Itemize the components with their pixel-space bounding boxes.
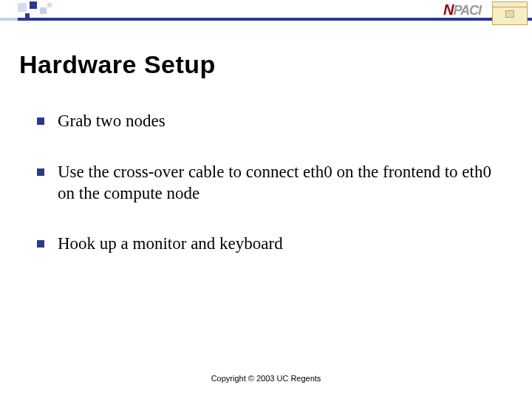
slide: NPACI Hardware Setup Grab two nodes Use … [0,0,532,399]
sdsc-logo [492,1,528,25]
list-item-text: Use the cross-over cable to connect eth0… [58,162,495,205]
list-item: Hook up a monitor and keyboard [37,233,495,255]
decorative-square-icon [47,3,52,7]
square-bullet-icon [37,117,44,125]
npaci-logo-n: N [443,1,453,18]
decorative-square-icon [18,3,27,12]
square-bullet-icon [37,240,44,248]
list-item-text: Grab two nodes [58,111,166,132]
decorative-square-icon [40,7,47,14]
list-item-text: Hook up a monitor and keyboard [58,233,283,255]
copyright-footer: Copyright © 2003 UC Regents [0,374,532,383]
slide-title: Hardware Setup [19,50,216,79]
npaci-logo: NPACI [443,1,485,19]
square-bullet-icon [37,168,44,176]
npaci-logo-rest: PACI [453,3,481,18]
decorative-square-icon [30,1,37,9]
list-item: Grab two nodes [37,111,495,132]
list-item: Use the cross-over cable to connect eth0… [37,162,495,205]
decorative-square-icon [25,13,30,18]
bullet-list: Grab two nodes Use the cross-over cable … [37,111,495,284]
